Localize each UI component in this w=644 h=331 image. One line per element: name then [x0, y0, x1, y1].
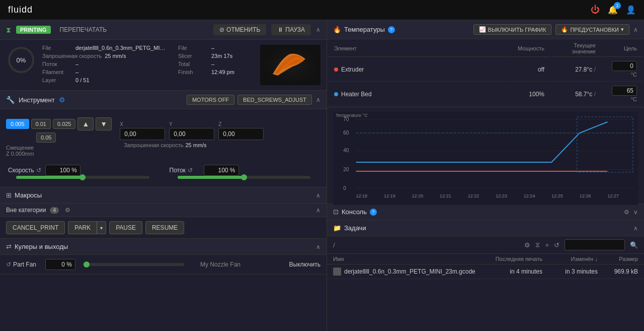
fans-collapse-button[interactable]: ∧ [316, 243, 320, 250]
print-status-icon: ⧗ [6, 26, 11, 34]
tasks-icon: 📁 [333, 224, 341, 232]
presets-button[interactable]: 🔥 ПРЕДУСТАНОВКИ ▾ [555, 24, 629, 35]
coords-row: X Y Z [120, 121, 264, 140]
last-print-cell: in 4 minutes [483, 264, 548, 279]
speed-track[interactable] [16, 176, 149, 179]
svg-text:12:19: 12:19 [384, 193, 395, 198]
svg-text:60: 60 [343, 130, 349, 136]
info-total-row: Total – [178, 61, 234, 67]
pause-button[interactable]: ⏸ ПАУЗА [271, 24, 311, 35]
flow-label: Поток ↺ [170, 167, 200, 174]
temperature-chart: 70 60 40 20 0 Temperature °C [327, 108, 644, 204]
move-up-button[interactable]: ▲ [77, 117, 94, 130]
tasks-collapse-button[interactable]: ∧ [633, 225, 638, 232]
chart-inner: 70 60 40 20 0 Temperature °C [327, 112, 644, 200]
console-gear-icon[interactable]: ⚙ [624, 209, 629, 216]
fan-value-input[interactable] [45, 259, 75, 270]
filter-icon[interactable]: ⧖ [535, 241, 540, 249]
step-001-button[interactable]: 0.01 [31, 119, 51, 129]
speed-slider-container[interactable] [6, 176, 159, 179]
fans-header: ⇄ Кулеры и выходы ∧ [0, 239, 327, 255]
macros-section: ⊞ Макросы ∧ Вне категории 4 ⚙ ∧ CANCEL_P… [0, 187, 327, 239]
park-macro-arrow[interactable]: ▾ [97, 221, 106, 234]
table-row[interactable]: derjatelllll_0.6n_0.3mm_PETG_MINI_23m.gc… [327, 264, 644, 279]
flow-track[interactable] [178, 176, 311, 179]
fan-off-button[interactable]: Выключить [289, 261, 320, 268]
fan-row: ↺ Part Fan My Nozzle Fan Выключить [0, 255, 327, 274]
macro-category-gear-icon[interactable]: ⚙ [65, 207, 70, 214]
tasks-search-input[interactable] [565, 239, 625, 250]
fan-slider-container[interactable] [84, 263, 184, 266]
temp-info-icon[interactable]: ? [388, 26, 395, 33]
cancel-print-macro-button[interactable]: CANCEL_PRINT [6, 221, 65, 234]
step-buttons: 0.005 0.01 0.025 ▲ ▼ [6, 117, 112, 130]
speed-fill [16, 176, 83, 179]
resume-macro-button[interactable]: RESUME [145, 221, 184, 234]
header: fluidd ⏻ 🔔 1 👤 [0, 0, 644, 20]
search-icon[interactable]: 🔍 [630, 241, 638, 249]
pause-icon: ⏸ [277, 26, 283, 33]
temp-collapse-button[interactable]: ∧ [633, 26, 638, 33]
tool-header: 🔧 Инструмент ⚙ MOTORS OFF BED_SCREWS_ADJ… [0, 91, 327, 109]
park-macro-button[interactable]: PARK [68, 221, 97, 234]
col-modified-header: Изменён ↓ [548, 254, 604, 264]
flow-slider-container[interactable] [168, 176, 321, 179]
bed-power: 100% [510, 83, 550, 106]
presets-chevron-icon: ▾ [621, 26, 624, 33]
refresh-icon[interactable]: ↺ [554, 241, 559, 249]
app-logo: fluidd [8, 5, 33, 15]
speed-input[interactable] [45, 165, 80, 176]
flow-input[interactable] [204, 165, 239, 176]
speed-refresh-icon[interactable]: ↺ [36, 167, 41, 174]
extruder-dot [334, 68, 338, 72]
progress-circle: 0% [6, 45, 36, 75]
reprint-button[interactable]: ПЕРЕПЕЧАТАТЬ [56, 24, 111, 35]
step-0025-button[interactable]: 0.025 [53, 119, 76, 129]
printing-header: ⧗ PRINTING ПЕРЕПЕЧАТАТЬ ⊘ ОТМЕНИТЬ ⏸ ПАУ… [0, 20, 327, 40]
cogs-icon[interactable]: ⚙ [524, 241, 530, 249]
temperatures-title: 🔥 Температуры ? [333, 26, 395, 33]
motors-off-button[interactable]: MOTORS OFF [187, 95, 234, 105]
x-input[interactable] [120, 128, 165, 140]
header-icons: ⏻ 🔔 1 👤 [591, 5, 636, 15]
fan-slider-thumb[interactable] [84, 261, 90, 268]
tool-collapse-button[interactable]: ∧ [316, 96, 320, 103]
bed-target-input[interactable] [612, 86, 637, 96]
speed-thumb[interactable] [79, 174, 86, 180]
fan-label: ↺ Part Fan [6, 261, 41, 268]
step-0005-button[interactable]: 0.005 [6, 119, 29, 129]
notifications-icon[interactable]: 🔔 1 [608, 5, 618, 15]
console-info-icon[interactable]: ? [370, 209, 377, 216]
console-collapse-button[interactable]: ∨ [633, 209, 638, 216]
flow-refresh-icon[interactable]: ↺ [188, 167, 193, 174]
printing-collapse-button[interactable]: ∧ [316, 26, 320, 33]
z-input[interactable] [218, 128, 264, 140]
extruder-row: Extruder off 27.8°с / °C [328, 58, 643, 82]
graph-toggle-button[interactable]: 📈 ВЫКЛЮЧИТЬ ГРАФИК [473, 24, 552, 35]
info-filament-row: Filament – [42, 69, 166, 75]
add-icon[interactable]: + [545, 241, 549, 249]
tool-settings-icon[interactable]: ⚙ [59, 96, 65, 104]
left-panel: ⧗ PRINTING ПЕРЕПЕЧАТАТЬ ⊘ ОТМЕНИТЬ ⏸ ПАУ… [0, 20, 327, 331]
col-last-print-header: Последняя печать [483, 254, 548, 264]
file-name-cell: derjatelllll_0.6n_0.3mm_PETG_MINI_23m.gc… [327, 264, 483, 279]
user-icon[interactable]: 👤 [626, 5, 636, 15]
bed-adjust-button[interactable]: BED_SCREWS_ADJUST [237, 95, 312, 105]
fan-refresh-icon[interactable]: ↺ [6, 261, 11, 268]
svg-text:12:27: 12:27 [607, 193, 619, 198]
col-element: Элемент [328, 40, 509, 57]
cancel-button[interactable]: ⊘ ОТМЕНИТЬ [213, 24, 266, 35]
macros-collapse-button[interactable]: ∧ [316, 192, 320, 199]
y-input[interactable] [169, 128, 214, 140]
extruder-target-input[interactable] [612, 61, 637, 71]
bed-name: Heater Bed [334, 91, 503, 98]
power-icon[interactable]: ⏻ [591, 5, 600, 15]
macro-category-collapse[interactable]: ∧ [316, 207, 320, 214]
pause-macro-button[interactable]: PAUSE [109, 221, 142, 234]
speed-label: Скорость ↺ [8, 167, 41, 174]
step-005-button[interactable]: 0.05 [36, 133, 56, 143]
tool-body: 0.005 0.01 0.025 ▲ ▼ 0.05 Смещение Z 0.0… [0, 113, 327, 183]
move-down-button[interactable]: ▼ [96, 117, 112, 130]
flow-thumb[interactable] [241, 174, 247, 180]
print-thumbnail [260, 45, 320, 85]
